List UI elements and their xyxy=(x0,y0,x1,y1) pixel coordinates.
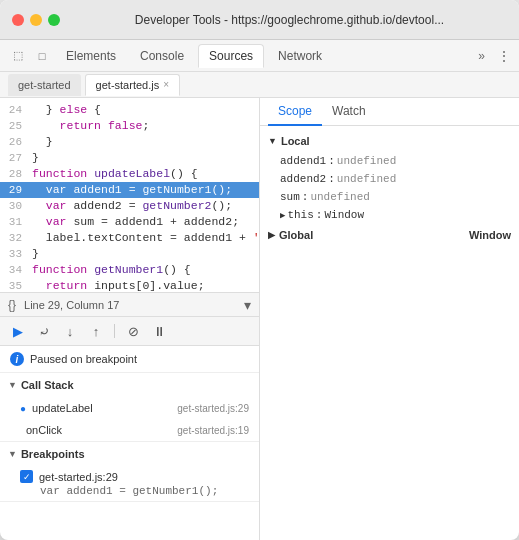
deactivate-button[interactable]: ⊘ xyxy=(123,321,143,341)
scope-tabs: Scope Watch xyxy=(260,98,519,126)
list-item[interactable]: ● updateLabel get-started.js:29 xyxy=(0,397,259,419)
highlighted-line: 29 var addend1 = getNumber1(); xyxy=(0,182,259,198)
traffic-lights xyxy=(12,14,60,26)
menu-button[interactable]: ⋮ xyxy=(497,48,511,64)
pause-async-button[interactable]: ⏸ xyxy=(149,321,169,341)
more-tabs-button[interactable]: » xyxy=(478,49,485,63)
tab-elements[interactable]: Elements xyxy=(56,44,126,68)
navbar: ⬚ □ Elements Console Sources Network » ⋮ xyxy=(0,40,519,72)
tab-watch[interactable]: Watch xyxy=(322,98,376,126)
tab-network[interactable]: Network xyxy=(268,44,332,68)
box-icon: □ xyxy=(32,46,52,66)
list-item: sum : undefined xyxy=(260,188,519,206)
tab-sources[interactable]: Sources xyxy=(198,44,264,68)
scope-content: ▼ Local addend1 : undefined addend2 : un… xyxy=(260,126,519,540)
table-row: 31 var sum = addend1 + addend2; xyxy=(0,214,259,230)
status-bar: {} Line 29, Column 17 ▾ xyxy=(0,292,259,316)
maximize-button[interactable] xyxy=(48,14,60,26)
call-stack-section: ▼ Call Stack ● updateLabel get-started.j… xyxy=(0,373,259,442)
code-editor[interactable]: 24 } else { 25 return false; 26 } 27 } xyxy=(0,98,259,292)
cursor-position: Line 29, Column 17 xyxy=(24,299,236,311)
left-panel: 24 } else { 25 return false; 26 } 27 } xyxy=(0,98,260,540)
devtools-window: Developer Tools - https://googlechrome.g… xyxy=(0,0,519,540)
expand-icon: ▶ xyxy=(280,210,285,221)
code-lines: 24 } else { 25 return false; 26 } 27 } xyxy=(0,98,259,292)
title-bar: Developer Tools - https://googlechrome.g… xyxy=(0,0,519,40)
table-row: 24 } else { xyxy=(0,102,259,118)
breakpoints-header[interactable]: ▼ Breakpoints xyxy=(0,442,259,466)
step-into-button[interactable]: ↓ xyxy=(60,321,80,341)
resume-button[interactable]: ▶ xyxy=(8,321,28,341)
list-item[interactable]: ▶ this : Window xyxy=(260,206,519,224)
table-row: 30 var addend2 = getNumber2(); xyxy=(0,198,259,214)
main-content: 24 } else { 25 return false; 26 } 27 } xyxy=(0,98,519,540)
breakpoints-section: ▼ Breakpoints ✓ get-started.js:29 var ad… xyxy=(0,442,259,502)
table-row: 34 function getNumber1() { xyxy=(0,262,259,278)
list-item[interactable]: onClick get-started.js:19 xyxy=(0,419,259,441)
debug-toolbar: ▶ ⤾ ↓ ↑ ⊘ ⏸ xyxy=(0,316,259,346)
scroll-icon: ▾ xyxy=(244,297,251,313)
debug-left-panel: i Paused on breakpoint ▼ Call Stack ● up… xyxy=(0,346,259,540)
file-tab-get-started-js[interactable]: get-started.js × xyxy=(85,74,180,96)
table-row: 27 } xyxy=(0,150,259,166)
table-row: 28 function updateLabel() { xyxy=(0,166,259,182)
table-row: 32 label.textContent = addend1 + ' + ' +… xyxy=(0,230,259,246)
minimize-button[interactable] xyxy=(30,14,42,26)
close-button[interactable] xyxy=(12,14,24,26)
list-item: addend1 : undefined xyxy=(260,152,519,170)
tab-scope[interactable]: Scope xyxy=(268,98,322,126)
triangle-icon: ▼ xyxy=(268,136,277,146)
braces-icon: {} xyxy=(8,298,16,312)
info-icon: i xyxy=(10,352,24,366)
triangle-icon: ▼ xyxy=(8,380,17,390)
tab-console[interactable]: Console xyxy=(130,44,194,68)
list-item: addend2 : undefined xyxy=(260,170,519,188)
breakpoint-alert: i Paused on breakpoint xyxy=(0,346,259,372)
file-tabs-row: get-started get-started.js × xyxy=(0,72,519,98)
global-scope-header[interactable]: ▶ Global Window xyxy=(260,224,519,246)
breakpoint-code: var addend1 = getNumber1(); xyxy=(20,485,249,497)
table-row: 35 return inputs[0].value; xyxy=(0,278,259,292)
table-row: 33 } xyxy=(0,246,259,262)
list-item: ✓ get-started.js:29 var addend1 = getNum… xyxy=(0,466,259,501)
cursor-icon: ⬚ xyxy=(8,46,28,66)
breakpoint-checkbox[interactable]: ✓ xyxy=(20,470,33,483)
triangle-icon: ▶ xyxy=(268,230,275,240)
file-tab-close-icon[interactable]: × xyxy=(163,79,169,90)
triangle-icon: ▼ xyxy=(8,449,17,459)
window-title: Developer Tools - https://googlechrome.g… xyxy=(72,13,507,27)
local-scope-header[interactable]: ▼ Local xyxy=(260,130,519,152)
table-row: 25 return false; xyxy=(0,118,259,134)
table-row: 26 } xyxy=(0,134,259,150)
toolbar-separator xyxy=(114,324,115,338)
step-over-button[interactable]: ⤾ xyxy=(34,321,54,341)
file-tab-get-started[interactable]: get-started xyxy=(8,74,81,96)
callstack-icon: ● xyxy=(20,403,26,414)
call-stack-header[interactable]: ▼ Call Stack xyxy=(0,373,259,397)
breakpoint-alert-section: i Paused on breakpoint xyxy=(0,346,259,373)
right-panel: Scope Watch ▼ Local addend1 : undefined … xyxy=(260,98,519,540)
step-out-button[interactable]: ↑ xyxy=(86,321,106,341)
debug-bottom-panels: i Paused on breakpoint ▼ Call Stack ● up… xyxy=(0,346,259,540)
